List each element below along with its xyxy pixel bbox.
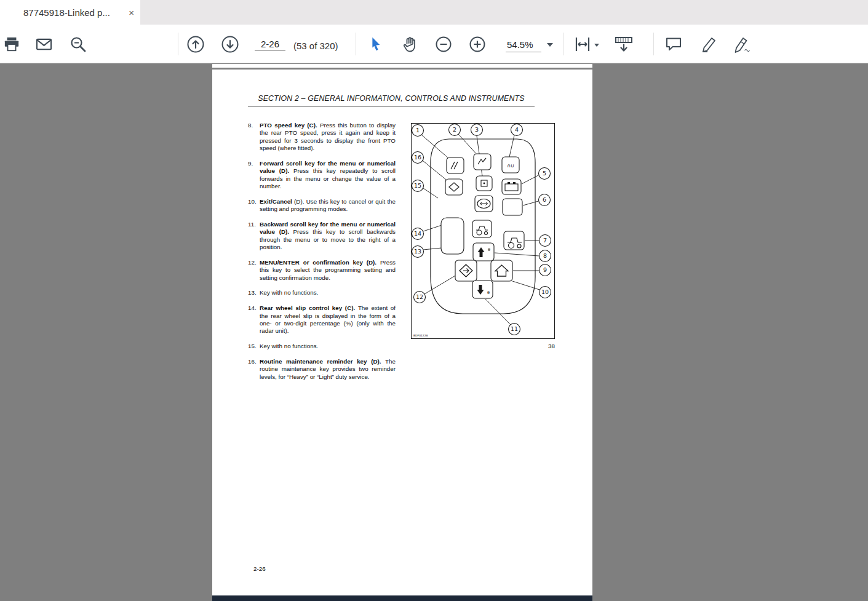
comment-button[interactable] — [663, 34, 684, 55]
next-page-button[interactable] — [220, 34, 241, 55]
callout-10: 10 — [540, 287, 551, 298]
figure-number: 38 — [411, 343, 555, 349]
svg-text:14: 14 — [414, 230, 421, 237]
select-tool-button[interactable] — [365, 34, 386, 55]
list-item: 12. MENU/ENTER or confirmation key (D). … — [248, 259, 396, 282]
svg-text:13: 13 — [414, 248, 421, 255]
keypad-button-maintenance — [445, 179, 463, 195]
pdf-page: SECTION 2 – GENERAL INFORMATION, CONTROL… — [212, 70, 592, 601]
svg-text:4: 4 — [515, 126, 519, 133]
keypad-button-wheel-slip — [472, 220, 492, 237]
list-item-text: Key with no functions. — [260, 343, 318, 349]
callout-7: 7 — [540, 235, 551, 247]
keypad-button-blank-right — [503, 199, 522, 215]
callout-2: 2 — [449, 124, 461, 136]
comment-icon — [665, 36, 682, 53]
toolbar-separator — [563, 33, 564, 55]
previous-page-edge — [212, 64, 592, 68]
zoom-in-button[interactable] — [467, 34, 488, 55]
signature-icon — [733, 36, 751, 53]
svg-text:9: 9 — [543, 266, 547, 273]
callout-11: 11 — [509, 324, 520, 335]
list-item: 14. Rear wheel slip control key (C). The… — [248, 304, 396, 335]
zoom-level-value: 54.5% — [506, 39, 541, 52]
callout-13: 13 — [412, 246, 424, 258]
list-item-bold: Exit/Cancel — [260, 198, 294, 205]
list-item-bold: Routine maintenance reminder key (D). — [260, 358, 385, 365]
highlight-button[interactable] — [698, 34, 719, 55]
callout-9: 9 — [540, 265, 551, 276]
page-footer: 2-26 — [253, 565, 266, 572]
page-count-label: (53 of 320) — [293, 41, 338, 51]
select-cursor-icon — [367, 36, 383, 52]
keypad-button-battery — [502, 179, 521, 194]
zoom-level-dropdown[interactable]: 54.5% — [506, 39, 553, 52]
callout-16: 16 — [412, 152, 424, 164]
bottom-strip — [212, 595, 592, 601]
list-item: 8. PTO speed key (C). Press this button … — [248, 122, 396, 152]
callout-3: 3 — [471, 124, 483, 136]
zoom-dropdown-caret — [547, 43, 553, 47]
search-zoom-button[interactable] — [68, 34, 89, 55]
email-icon — [36, 36, 52, 53]
keypad-button-tractor — [504, 231, 524, 250]
signature-button[interactable] — [731, 34, 752, 55]
document-tab[interactable]: 87745918-Linked p... × — [0, 0, 140, 25]
svg-text:θ: θ — [488, 247, 490, 252]
svg-text:5: 5 — [543, 170, 546, 177]
keypad-button-width — [475, 196, 493, 212]
toolbar-separator — [653, 33, 654, 55]
fit-width-icon — [615, 36, 633, 53]
fit-page-icon — [574, 36, 591, 53]
print-button[interactable] — [1, 34, 22, 55]
svg-text:2: 2 — [453, 126, 456, 133]
callout-12: 12 — [414, 292, 426, 303]
list-item-number: 9. — [248, 160, 260, 190]
keypad-button-hatch — [447, 157, 464, 173]
svg-text:15: 15 — [414, 182, 421, 189]
tab-close-icon[interactable]: × — [129, 8, 134, 17]
callout-8: 8 — [540, 250, 551, 262]
list-item: 9. Forward scroll key for the menu or nu… — [248, 160, 396, 190]
callout-5: 5 — [539, 168, 551, 180]
list-item: 15. Key with no functions. — [248, 343, 396, 350]
callout-14: 14 — [412, 228, 424, 240]
list-item: 10. Exit/Cancel (D). Use this key to can… — [248, 198, 396, 213]
list-item-number: 13. — [248, 289, 260, 297]
svg-text:1: 1 — [416, 127, 420, 133]
email-button[interactable] — [33, 34, 54, 55]
page-number-input[interactable] — [255, 39, 285, 51]
document-canvas: SECTION 2 – GENERAL INFORMATION, CONTROL… — [0, 63, 868, 601]
fit-width-button[interactable] — [613, 34, 634, 55]
zoom-out-icon — [435, 36, 452, 53]
keypad-button-slip-display — [474, 154, 491, 170]
page-up-icon — [186, 35, 205, 54]
list-item: 16. Routine maintenance reminder key (D)… — [248, 358, 396, 381]
svg-text:7: 7 — [543, 237, 547, 244]
list-item-number: 16. — [248, 358, 260, 381]
page-down-icon — [221, 35, 239, 54]
fit-page-button[interactable] — [572, 34, 593, 55]
keypad-button-scroll-down: θ — [472, 281, 493, 298]
list-item: 11. Backward scroll key for the menu or … — [248, 221, 396, 251]
previous-page-button[interactable] — [185, 34, 206, 55]
svg-text:∩∪: ∩∪ — [507, 163, 514, 169]
svg-text:12: 12 — [416, 293, 423, 300]
toolbar-separator — [356, 33, 356, 55]
keypad-figure: ∩∪ θ θ 1 2 3 — [411, 123, 555, 339]
zoom-search-icon — [70, 36, 87, 53]
print-icon — [4, 36, 20, 52]
tab-bar: 87745918-Linked p... × — [0, 0, 868, 25]
list-item-bold: Rear wheel slip control key (C). — [260, 304, 358, 311]
list-item-number: 15. — [248, 343, 260, 350]
callout-6: 6 — [539, 194, 551, 206]
toolbar: (53 of 320) 54.5% — [0, 25, 868, 63]
svg-text:10: 10 — [541, 289, 549, 295]
zoom-out-button[interactable] — [433, 34, 454, 55]
hand-tool-button[interactable] — [399, 34, 420, 55]
fit-mode-caret[interactable] — [594, 44, 599, 47]
svg-text:11: 11 — [511, 325, 518, 332]
figure-code: BDF0122A — [413, 334, 429, 337]
list-item-number: 11. — [248, 221, 260, 251]
svg-text:16: 16 — [414, 154, 421, 161]
